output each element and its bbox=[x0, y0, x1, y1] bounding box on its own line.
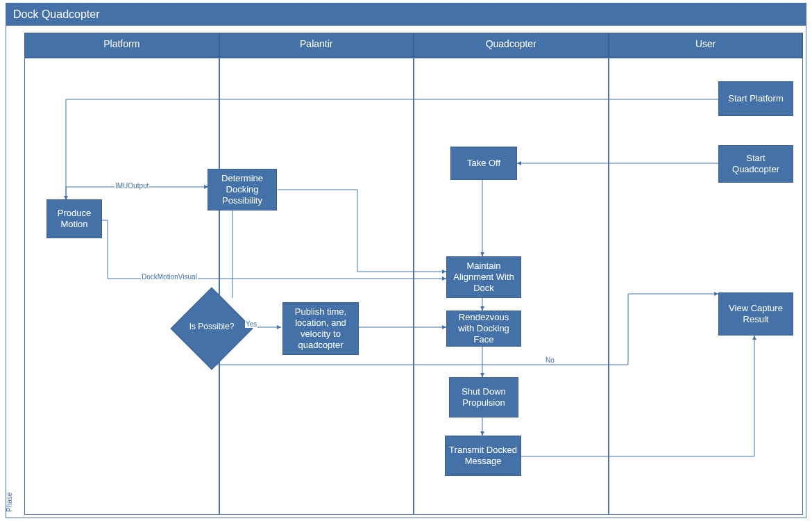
node-shut-down: Shut Down Propulsion bbox=[449, 377, 518, 417]
phase-label: Phase bbox=[6, 493, 13, 512]
node-start-quadcopter: Start Quadcopter bbox=[718, 145, 793, 183]
node-produce-motion: Produce Motion bbox=[46, 199, 102, 238]
lane-header-palantir: Palantir bbox=[219, 33, 414, 58]
node-maintain-alignment: Maintain Alignment With Dock bbox=[446, 256, 521, 298]
node-publish: Publish time, location, and velocity to … bbox=[282, 302, 359, 355]
node-rendezvous: Rendezvous with Docking Face bbox=[446, 311, 521, 347]
diagram-title: Dock Quadcopter bbox=[6, 3, 806, 26]
lane-body bbox=[24, 58, 803, 515]
lane-header-platform: Platform bbox=[24, 33, 219, 58]
node-transmit: Transmit Docked Message bbox=[445, 436, 521, 476]
node-take-off: Take Off bbox=[450, 147, 517, 180]
node-determine-docking: Determine Docking Possibility bbox=[208, 169, 277, 210]
edge-label-dock-motion-visual: DockMotionVisual bbox=[141, 273, 198, 281]
lane-user bbox=[609, 58, 804, 515]
lane-headers: Platform Palantir Quadcopter User bbox=[24, 33, 803, 58]
lane-header-user: User bbox=[609, 33, 804, 58]
lane-platform bbox=[24, 58, 219, 515]
node-view-result: View Capture Result bbox=[718, 292, 793, 336]
edge-label-imu-output: IMUOutput bbox=[115, 182, 149, 190]
node-start-platform: Start Platform bbox=[718, 81, 793, 116]
swimlane-diagram: Dock Quadcopter Phase Platform Palantir … bbox=[6, 3, 806, 518]
lane-header-quadcopter: Quadcopter bbox=[414, 33, 609, 58]
edge-label-no: No bbox=[545, 356, 555, 364]
edge-label-yes: Yes bbox=[245, 320, 257, 328]
lane-palantir bbox=[219, 58, 414, 515]
